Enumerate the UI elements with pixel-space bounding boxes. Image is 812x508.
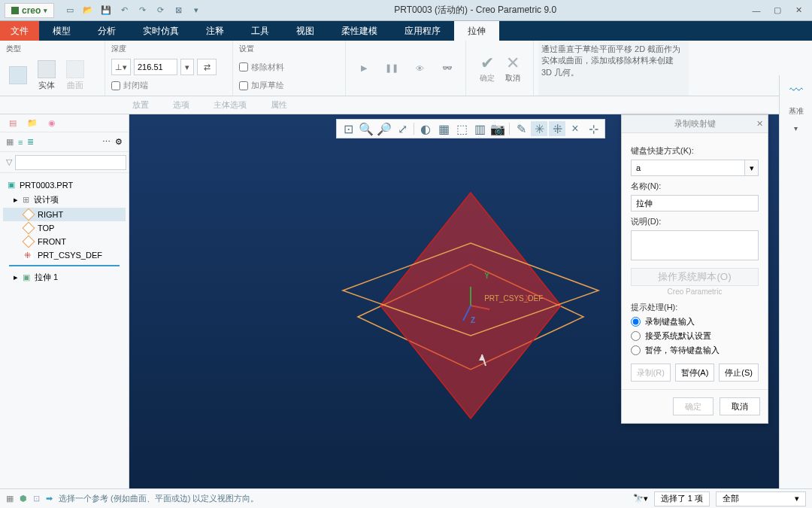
remove-material-check[interactable]: [239, 62, 248, 71]
ribbon-info: 通过垂直于草绘平面平移 2D 截面作为实体或曲面，添加或移除材料来创建 3D 几…: [538, 41, 689, 96]
status-icon-1[interactable]: ▦: [6, 494, 14, 503]
status-icon-2[interactable]: ⬢: [20, 494, 27, 503]
depth-flip[interactable]: ⇄: [197, 59, 217, 75]
model-tree-panel: ▤ 📁 ◉ ▦ ≡ ≣ ⋯ ⚙ ▽ × + ▣PRT0003.PRT ▸⊞设计项…: [0, 114, 129, 488]
close-win-icon[interactable]: ⊠: [171, 4, 185, 17]
tab-view[interactable]: 视图: [283, 21, 328, 41]
find-icon[interactable]: 🔭▾: [633, 494, 648, 503]
axis-toggle-icon[interactable]: ⁜: [549, 121, 565, 136]
tree-plane-right[interactable]: RIGHT: [3, 208, 126, 221]
desc-input[interactable]: [631, 230, 759, 260]
minimize-button[interactable]: —: [747, 4, 765, 17]
tree-tab-3[interactable]: ◉: [45, 117, 59, 130]
tab-file[interactable]: 文件: [0, 21, 39, 41]
axis-y: Y: [484, 272, 489, 280]
tab-extrude[interactable]: 拉伸: [454, 21, 499, 41]
closed-end-check[interactable]: [111, 81, 120, 90]
open-icon[interactable]: 📂: [81, 4, 95, 17]
point-toggle-icon[interactable]: ×: [567, 121, 583, 136]
selection-filter[interactable]: 全部▾: [716, 491, 806, 506]
surface-button[interactable]: 曲面: [63, 58, 87, 93]
tab-apps[interactable]: 应用程序: [391, 21, 454, 41]
radio-record-kb[interactable]: [631, 317, 641, 327]
zoom-fit-icon[interactable]: ⤢: [394, 121, 411, 136]
display-style-icon[interactable]: ◐: [417, 121, 434, 136]
save-icon[interactable]: 💾: [99, 4, 113, 17]
tree-design[interactable]: ▸⊞设计项: [3, 192, 126, 208]
tree-tool-2[interactable]: ≡: [18, 138, 23, 147]
radio-pause-wait[interactable]: [631, 345, 641, 355]
selection-count[interactable]: 选择了 1 项: [654, 491, 710, 506]
datum-toggle-icon[interactable]: ✳: [531, 121, 547, 136]
shortcut-dropdown[interactable]: ▾: [745, 160, 759, 176]
tab-flex[interactable]: 柔性建模: [328, 21, 391, 41]
pause-button[interactable]: 暂停(A): [675, 364, 715, 382]
subtab-placement[interactable]: 放置: [120, 96, 161, 114]
depth-input[interactable]: [134, 59, 177, 75]
maximize-button[interactable]: ▢: [768, 4, 786, 17]
new-icon[interactable]: ▭: [63, 4, 77, 17]
subtab-props[interactable]: 属性: [259, 96, 299, 114]
pause-icon[interactable]: ❚❚: [383, 59, 400, 78]
tree-settings-icon[interactable]: ⚙: [115, 137, 123, 147]
regen-icon[interactable]: ⟳: [153, 4, 167, 17]
filter-icon[interactable]: ▽: [6, 157, 12, 167]
subtab-options[interactable]: 选项: [161, 96, 201, 114]
more-icon[interactable]: ▾: [189, 4, 203, 17]
play-icon[interactable]: ▶: [355, 59, 372, 78]
perspective-icon[interactable]: ⬚: [453, 121, 470, 136]
tree-feature-extrude[interactable]: ▸▣拉伸 1: [3, 269, 126, 285]
right-chevron[interactable]: ▾: [794, 124, 798, 132]
saved-views-icon[interactable]: ▦: [435, 121, 452, 136]
annotate-icon[interactable]: ✎: [513, 121, 529, 136]
tab-model[interactable]: 模型: [39, 21, 84, 41]
depth-spin[interactable]: ▾: [180, 59, 194, 75]
subtab-body[interactable]: 主体选项: [201, 96, 259, 114]
cancel-icon[interactable]: ✕: [505, 53, 520, 73]
name-input[interactable]: [631, 195, 759, 211]
thicken-check[interactable]: [239, 81, 248, 90]
snapshot-icon[interactable]: 📷: [489, 121, 506, 136]
tab-annotate[interactable]: 注释: [192, 21, 238, 41]
csys-toggle-icon[interactable]: ⊹: [585, 121, 601, 136]
tab-tools[interactable]: 工具: [238, 21, 283, 41]
inspect-icon[interactable]: 👁: [411, 59, 429, 78]
zoom-out-icon[interactable]: 🔎: [376, 121, 392, 136]
right-datum-label[interactable]: 基准: [789, 106, 804, 117]
group-depth-label: 深度: [111, 44, 226, 54]
tree-tab-1[interactable]: ▤: [6, 117, 20, 130]
close-button[interactable]: ✕: [789, 4, 807, 17]
glasses-icon[interactable]: 👓: [439, 59, 456, 78]
record-mapkey-dialog: 录制映射键✕ 键盘快捷方式(K): ▾ 名称(N): 说明(D): 操作系统脚本…: [621, 114, 768, 424]
radio-accept-default[interactable]: [631, 331, 641, 341]
depth-type-select[interactable]: ⊥▾: [111, 59, 131, 75]
stop-button[interactable]: 停止(S): [719, 364, 759, 382]
ribbon-subtabs: 放置 选项 主体选项 属性: [0, 96, 812, 114]
dialog-close-icon[interactable]: ✕: [756, 119, 763, 129]
tree-csys[interactable]: ⁜PRT_CSYS_DEF: [3, 248, 126, 262]
undo-icon[interactable]: ↶: [117, 4, 131, 17]
shortcut-input[interactable]: [631, 160, 745, 176]
tree-tab-2[interactable]: 📁: [26, 117, 39, 130]
dialog-ok-button: 确定: [673, 397, 714, 415]
redo-icon[interactable]: ↷: [135, 4, 149, 17]
cube-icon[interactable]: [6, 58, 30, 93]
right-wave-icon[interactable]: 〰: [789, 83, 803, 99]
tree-plane-front[interactable]: FRONT: [3, 235, 126, 248]
tree-tool-4[interactable]: ⋯: [102, 137, 111, 147]
tree-root[interactable]: ▣PRT0003.PRT: [3, 178, 126, 192]
confirm-icon[interactable]: ✔: [480, 53, 495, 73]
tree-tool-1[interactable]: ▦: [6, 137, 14, 147]
zoom-in-icon[interactable]: 🔍: [358, 121, 374, 136]
solid-button[interactable]: 实体: [35, 58, 59, 93]
dialog-cancel-button[interactable]: 取消: [720, 397, 760, 415]
tab-analysis[interactable]: 分析: [84, 21, 129, 41]
status-icon-3[interactable]: ⊡: [33, 494, 40, 503]
tab-live-sim[interactable]: 实时仿真: [129, 21, 192, 41]
title-bar: creo▾ ▭ 📂 💾 ↶ ↷ ⟳ ⊠ ▾ PRT0003 (活动的) - Cr…: [0, 0, 812, 21]
section-icon[interactable]: ▥: [471, 121, 488, 136]
tree-filter-input[interactable]: [15, 155, 126, 170]
refit-icon[interactable]: ⊡: [340, 121, 356, 136]
tree-plane-top[interactable]: TOP: [3, 221, 126, 235]
tree-tool-3[interactable]: ≣: [27, 137, 34, 147]
